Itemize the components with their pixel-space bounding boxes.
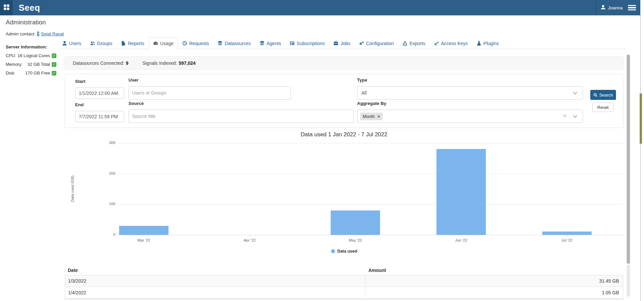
aggregate-by-select[interactable]: Month × × bbox=[357, 110, 583, 123]
x-tick-label: May '22 bbox=[342, 238, 369, 242]
type-selected-value: All bbox=[357, 90, 367, 96]
tab-exports[interactable]: Exports bbox=[398, 37, 429, 49]
page-title: Administration bbox=[6, 19, 58, 26]
history-icon bbox=[182, 41, 187, 46]
tab-users[interactable]: Users bbox=[58, 37, 86, 49]
search-form: Start User Type All End Source Aggregate… bbox=[65, 74, 623, 128]
chevron-down-icon bbox=[573, 114, 577, 118]
source-label: Source bbox=[128, 101, 144, 106]
bar-jun22 bbox=[436, 149, 486, 235]
x-tick bbox=[355, 235, 356, 237]
bar-may22 bbox=[331, 210, 380, 235]
tab-label: Jobs bbox=[340, 41, 350, 46]
panel-scrollbar-thumb[interactable] bbox=[627, 54, 630, 264]
user-input[interactable] bbox=[128, 86, 291, 100]
gauge-icon bbox=[153, 41, 158, 46]
flask-icon bbox=[476, 41, 481, 46]
window-scrollbar-thumb[interactable] bbox=[640, 94, 642, 144]
admin-tabs: Users Groups Reports Usage Requests Data… bbox=[58, 37, 627, 49]
app-launcher-button[interactable] bbox=[0, 0, 13, 15]
reset-button[interactable]: Reset bbox=[592, 103, 614, 112]
user-icon bbox=[62, 41, 67, 46]
tab-plugins[interactable]: Plugins bbox=[472, 37, 503, 49]
chip-remove-icon[interactable]: × bbox=[377, 114, 380, 119]
end-date-input[interactable] bbox=[75, 111, 124, 122]
datasources-connected-value: 9 bbox=[126, 60, 128, 66]
search-button[interactable]: Search bbox=[590, 90, 616, 100]
admin-sidebar: Administration Admin contact: ? Sejal Ra… bbox=[6, 19, 58, 76]
bar-jul22 bbox=[542, 232, 592, 235]
window-scrollbar-track bbox=[640, 15, 641, 301]
server-row-value: 170 GB Free bbox=[25, 70, 50, 76]
gears-icon bbox=[359, 41, 364, 46]
x-tick-label: Jul '22 bbox=[554, 238, 580, 242]
server-row-label: CPU: bbox=[6, 53, 16, 58]
y-tick-label: 0 bbox=[99, 233, 115, 237]
gridline bbox=[118, 143, 623, 143]
tab-agents[interactable]: Agents bbox=[255, 37, 286, 49]
tab-access-keys[interactable]: Access Keys bbox=[430, 37, 472, 49]
tab-datasources[interactable]: Datasources bbox=[213, 37, 255, 49]
legend-label: Data used bbox=[337, 249, 357, 254]
briefcase-icon bbox=[333, 41, 338, 46]
signals-indexed-value: 597,024 bbox=[179, 60, 196, 66]
tab-label: Plugins bbox=[484, 41, 499, 46]
tab-usage[interactable]: Usage bbox=[149, 37, 178, 49]
y-tick-label: 200 bbox=[99, 171, 115, 175]
table-row: 1/3/2022 31.45 GB bbox=[65, 275, 623, 287]
admin-contact-label: Admin contact: bbox=[6, 31, 35, 36]
cell-date: 1/4/2022 bbox=[65, 290, 365, 295]
tab-reports[interactable]: Reports bbox=[116, 37, 148, 49]
tab-configuration[interactable]: Configuration bbox=[355, 37, 398, 49]
legend-item-data-used[interactable]: Data used bbox=[65, 249, 623, 254]
check-icon: ✓ bbox=[52, 71, 56, 76]
server-info-row: Memory: 32 GB Total ✓ bbox=[6, 62, 56, 67]
x-tick bbox=[567, 235, 567, 237]
user-menu[interactable]: Joanna bbox=[596, 0, 628, 15]
export-icon bbox=[402, 41, 407, 46]
stats-strip: Datasources Connected:9 Signals Indexed:… bbox=[65, 56, 623, 69]
hamburger-menu-icon[interactable] bbox=[628, 5, 636, 11]
main-content: Users Groups Reports Usage Requests Data… bbox=[58, 15, 627, 301]
datasources-connected-label: Datasources Connected: bbox=[73, 60, 124, 66]
x-tick-label: Mar '22 bbox=[130, 238, 157, 242]
gridline bbox=[118, 204, 623, 204]
cell-amount: 1.05 GB bbox=[365, 287, 623, 298]
tab-jobs[interactable]: Jobs bbox=[329, 37, 355, 49]
tab-label: Exports bbox=[409, 41, 425, 46]
tab-label: Users bbox=[69, 41, 81, 46]
tab-label: Subscriptions bbox=[297, 41, 325, 46]
chart-title: Data used 1 Jan 2022 - 7 Jul 2022 bbox=[65, 131, 623, 138]
cell-amount: 31.45 GB bbox=[365, 275, 623, 287]
chevron-down-icon bbox=[573, 90, 577, 95]
y-tick-label: 300 bbox=[99, 141, 115, 145]
tab-label: Datasources bbox=[225, 41, 251, 46]
check-icon: ✓ bbox=[52, 62, 56, 67]
table-row: 1/4/2022 1.05 GB bbox=[65, 287, 623, 299]
source-input[interactable] bbox=[128, 110, 354, 123]
clear-selection-icon[interactable]: × bbox=[563, 113, 567, 119]
tab-label: Requests bbox=[189, 41, 209, 46]
tab-label: Usage bbox=[160, 41, 174, 46]
table-header-row: Date Amount bbox=[65, 265, 623, 275]
tab-subscriptions[interactable]: Subscriptions bbox=[285, 37, 329, 49]
usage-table: Date Amount 1/3/2022 31.45 GB1/4/2022 1.… bbox=[65, 265, 623, 301]
start-label: Start bbox=[75, 79, 85, 84]
search-icon bbox=[593, 93, 598, 97]
database-icon bbox=[218, 41, 223, 46]
newspaper-icon bbox=[290, 41, 295, 46]
cell-date: 1/3/2022 bbox=[65, 278, 365, 284]
group-icon bbox=[90, 41, 95, 46]
bar-mar22 bbox=[119, 226, 169, 235]
x-tick-label: Apr '22 bbox=[236, 238, 263, 242]
server-row-label: Memory: bbox=[6, 62, 23, 67]
tab-requests[interactable]: Requests bbox=[178, 37, 213, 49]
tab-groups[interactable]: Groups bbox=[86, 37, 117, 49]
start-date-input[interactable] bbox=[75, 88, 124, 99]
seeq-logo[interactable]: Seeq bbox=[19, 3, 40, 13]
user-label: User bbox=[128, 78, 138, 83]
tab-label: Reports bbox=[128, 41, 144, 46]
top-navbar: Seeq Joanna bbox=[0, 0, 640, 15]
type-select[interactable]: All bbox=[357, 86, 583, 100]
type-label: Type bbox=[357, 78, 367, 83]
